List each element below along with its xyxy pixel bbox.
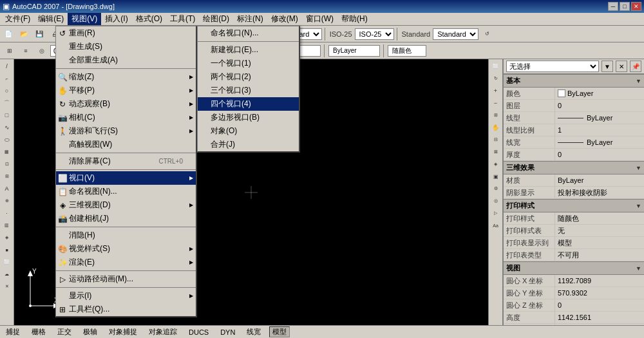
pan-button[interactable]: ✋ (223, 27, 237, 41)
prop-linescale-value[interactable]: 1 (555, 124, 644, 136)
zoom-out-button[interactable]: − (490, 97, 502, 109)
section-plot[interactable]: 打印样式 ▼ (504, 199, 644, 212)
status-polar[interactable]: 极轴 (80, 326, 100, 337)
layer-arrow[interactable]: ▼ (129, 44, 143, 58)
status-ortho[interactable]: 正交 (54, 326, 75, 337)
view-settings-button[interactable]: ⚙ (490, 183, 502, 194)
status-model[interactable]: 模型 (269, 326, 290, 337)
paste-button[interactable]: 📋 (115, 27, 129, 41)
section-3d[interactable]: 三维效果 ▼ (504, 161, 644, 174)
print-button[interactable]: 🖨 (48, 27, 62, 41)
prop-lineweight-value[interactable]: ByLayer (555, 136, 644, 148)
status-snap[interactable]: 捕捉 (3, 326, 23, 337)
draw-ellipse-button[interactable]: ⬭ (1, 134, 13, 146)
draw-xline-button[interactable]: ✕ (1, 281, 13, 292)
draw-wipeout-button[interactable]: ⬜ (1, 256, 13, 268)
prop-cy-value[interactable]: 570.9302 (555, 287, 644, 299)
draw-revision-button[interactable]: ☁ (1, 268, 13, 280)
draw-circle-button[interactable]: ○ (1, 85, 13, 97)
cut-button[interactable]: ✂ (84, 27, 98, 41)
prop-thickness-value[interactable]: 0 (555, 149, 644, 160)
orbit-button[interactable]: ↻ (490, 73, 502, 84)
zoom-previous-button[interactable]: ⊠ (490, 146, 502, 158)
draw-gradient-button[interactable]: ▥ (1, 220, 13, 231)
prop-layer-value[interactable]: 0 (555, 100, 644, 111)
menu-insert[interactable]: 插入(I) (101, 13, 131, 25)
draw-point-button[interactable]: · (1, 207, 13, 219)
zoom-in-button[interactable]: + (490, 85, 502, 97)
view-cube-rt[interactable]: ◈ (490, 158, 502, 170)
draw-hatch-button[interactable]: ▦ (1, 146, 13, 158)
draw-solid-button[interactable]: ■ (1, 244, 13, 256)
section-view[interactable]: 视图 ▼ (504, 261, 644, 275)
redo-button[interactable]: ↪ (151, 27, 165, 41)
color-button[interactable]: 随颜色 (151, 45, 196, 57)
draw-region-button[interactable]: ⊡ (1, 158, 13, 170)
layer-state-button[interactable]: ≡ (19, 44, 33, 58)
draw-spline-button[interactable]: ∿ (1, 122, 13, 133)
layer-dropdown[interactable]: 0 (50, 45, 128, 57)
layer-manager-button[interactable]: ⊞ (3, 44, 17, 58)
canvas-area[interactable]: CoM Y X (14, 59, 488, 325)
menu-draw[interactable]: 绘图(D) (199, 13, 233, 25)
print-preview-button[interactable]: 🔍 (63, 27, 77, 41)
prop-plottype-value[interactable]: 不可用 (555, 249, 644, 261)
menu-window[interactable]: 窗口(W) (302, 13, 337, 25)
prop-material-value[interactable]: ByLayer (555, 174, 644, 186)
copy-button[interactable]: ⧉ (99, 27, 113, 41)
menu-modify[interactable]: 修改(M) (267, 13, 302, 25)
status-grid[interactable]: 栅格 (28, 326, 49, 337)
menu-file[interactable]: 文件(F) (1, 13, 34, 25)
minimize-button[interactable]: ─ (608, 2, 618, 11)
style-select[interactable]: Standard (276, 28, 322, 40)
draw-text-button[interactable]: A (1, 183, 13, 194)
draw-polyline-button[interactable]: ⌐ (1, 73, 13, 84)
prop-color-value[interactable]: ByLayer (555, 88, 644, 99)
undo-button[interactable]: ↩ (135, 27, 149, 41)
draw-arc-button[interactable]: ⌒ (1, 97, 13, 109)
dimstyle-select[interactable]: Standard (433, 28, 478, 40)
open-button[interactable]: 📂 (17, 27, 31, 41)
showmotion-button[interactable]: ▷ (490, 207, 502, 219)
prop-plotstyle-value[interactable]: 随颜色 (555, 212, 644, 224)
status-ducs[interactable]: DUCS (185, 328, 212, 337)
status-lineweight[interactable]: 线宽 (243, 326, 264, 337)
zoom-window-button[interactable]: ⊟ (490, 134, 502, 146)
viewcube-button[interactable]: ⬜ (490, 61, 502, 72)
status-dyn[interactable]: DYN (217, 328, 238, 337)
properties-toggle-button[interactable]: ▼ (601, 61, 613, 72)
section-basic[interactable]: 基本 ▼ (504, 74, 644, 88)
properties-button[interactable]: ■ (171, 27, 185, 41)
prop-height-value[interactable]: 1142.1561 (555, 312, 644, 323)
prop-shadow-value[interactable]: 投射和接收阴影 (555, 187, 644, 198)
zoom-extents-button[interactable]: ⊞ (490, 109, 502, 121)
menu-dimension[interactable]: 标注(N) (233, 13, 267, 25)
pan-rt-button[interactable]: ✋ (490, 122, 502, 133)
status-otrack[interactable]: 对象追踪 (146, 326, 180, 337)
properties-selection-dropdown[interactable]: 无选择 (506, 61, 599, 72)
menu-help[interactable]: 帮助(H) (337, 13, 372, 25)
steering-wheel-button[interactable]: ◎ (490, 195, 502, 207)
menu-tools[interactable]: 工具(T) (166, 13, 199, 25)
draw-insert-button[interactable]: ⊕ (1, 195, 13, 207)
menu-view[interactable]: 视图(V) (68, 13, 101, 25)
prop-linetype-value[interactable]: ByLayer (555, 112, 644, 124)
draw-table-button[interactable]: ⊞ (1, 171, 13, 182)
new-button[interactable]: 📄 (1, 27, 15, 41)
maximize-button[interactable]: □ (620, 2, 630, 11)
scale-select[interactable]: ISO-25 (355, 28, 394, 40)
draw-rect-button[interactable]: □ (1, 109, 13, 121)
prop-cz-value[interactable]: 0 (555, 299, 644, 311)
zoom-realtime-button[interactable]: ⊕ (207, 27, 222, 41)
annotation-scale-button[interactable]: Aa (490, 220, 502, 231)
menu-edit[interactable]: 编辑(E) (34, 13, 68, 25)
status-osnap[interactable]: 对象捕捉 (106, 326, 140, 337)
prop-width-value[interactable]: 772.1265 (555, 324, 644, 325)
draw-3d-button[interactable]: ◈ (1, 232, 13, 243)
properties-quick-button[interactable]: ✕ (616, 61, 627, 72)
prop-cx-value[interactable]: 1192.7089 (555, 275, 644, 286)
update-button[interactable]: ↺ (480, 27, 494, 41)
save-button[interactable]: 💾 (32, 27, 46, 41)
properties-pin-button[interactable]: 📌 (630, 61, 641, 72)
prop-plottable-value[interactable]: 无 (555, 225, 644, 236)
